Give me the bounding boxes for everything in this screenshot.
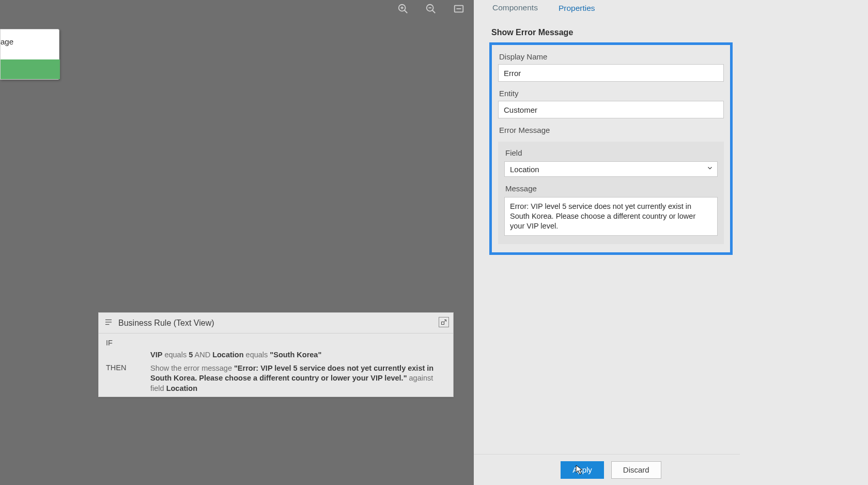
- fit-to-screen-icon[interactable]: [453, 3, 464, 17]
- discard-button[interactable]: Discard: [611, 461, 661, 479]
- business-rule-text-view-panel: Business Rule (Text View) IF VIP equals …: [98, 312, 454, 397]
- action-node-label: age: [1, 37, 13, 46]
- svg-line-5: [432, 10, 436, 13]
- apply-button[interactable]: Apply: [561, 461, 604, 479]
- action-node-status-bar: [1, 59, 60, 79]
- svg-line-1: [405, 10, 408, 13]
- display-name-input[interactable]: [498, 64, 724, 82]
- design-canvas[interactable]: age Business Rule (Text View): [0, 0, 474, 485]
- canvas-toolbar: [397, 3, 464, 17]
- entity-label: Entity: [499, 89, 724, 98]
- display-name-label: Display Name: [499, 52, 724, 61]
- entity-input[interactable]: [498, 101, 724, 118]
- apply-button-label: Apply: [572, 465, 592, 474]
- business-rule-body: IF VIP equals 5 AND Location equals "Sou…: [99, 334, 453, 401]
- selected-action-properties: Display Name Entity Error Message Field …: [489, 42, 733, 255]
- svg-rect-13: [442, 322, 444, 325]
- business-rule-title: Business Rule (Text View): [118, 319, 214, 328]
- then-keyword: THEN: [106, 363, 147, 394]
- zoom-in-icon[interactable]: [397, 3, 409, 17]
- error-message-subsection: Field Location Message Error: VIP level …: [498, 142, 724, 244]
- rule-action: Show the error message "Error: VIP level…: [150, 363, 446, 394]
- action-node-card[interactable]: age: [0, 29, 59, 80]
- message-textarea[interactable]: Error: VIP level 5 service does not yet …: [504, 197, 718, 236]
- if-keyword: IF: [106, 339, 147, 347]
- tab-components[interactable]: Components: [482, 0, 548, 16]
- window-gutter: [740, 0, 868, 485]
- message-label: Message: [505, 184, 718, 193]
- list-icon: [104, 317, 113, 329]
- business-rule-header: Business Rule (Text View): [99, 313, 453, 334]
- rule-condition: VIP equals 5 AND Location equals "South …: [150, 350, 446, 360]
- field-select[interactable]: Location: [504, 161, 718, 177]
- error-message-label: Error Message: [499, 126, 724, 134]
- tab-properties[interactable]: Properties: [548, 0, 606, 16]
- zoom-out-icon[interactable]: [425, 3, 437, 17]
- expand-panel-icon[interactable]: [439, 317, 449, 327]
- field-label: Field: [505, 148, 718, 157]
